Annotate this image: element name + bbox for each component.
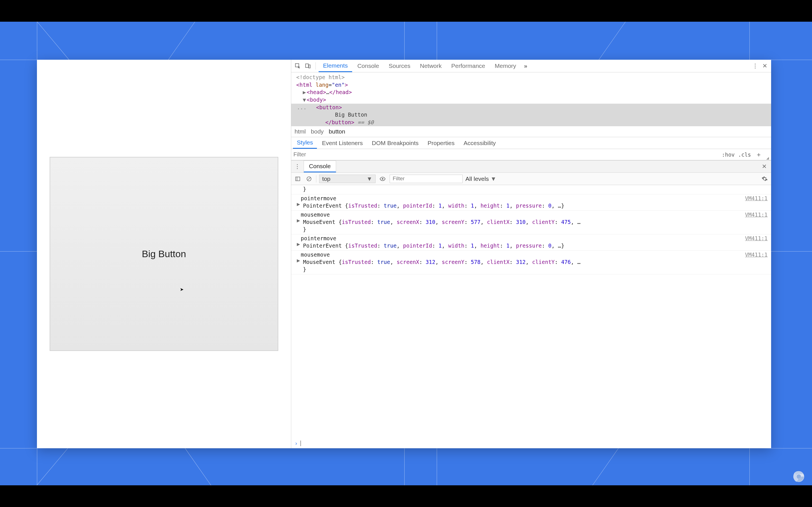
dom-html-open: <html <box>296 82 316 88</box>
caret-down-icon: ▼ <box>491 175 497 182</box>
clear-console-icon[interactable] <box>305 175 313 183</box>
log-entry[interactable]: VM411:1pointermove▶PointerEvent {isTrust… <box>291 194 771 211</box>
hov-toggle[interactable]: :hov <box>722 152 735 158</box>
console-settings-icon[interactable] <box>760 175 769 183</box>
disclosure-triangle-icon[interactable]: ▶ <box>297 240 300 248</box>
tab-sources[interactable]: Sources <box>384 60 415 72</box>
big-button[interactable]: Big Button ➤ <box>50 157 278 351</box>
log-object: PointerEvent {isTrusted: true, pointerId… <box>301 242 768 249</box>
tab-performance[interactable]: Performance <box>447 60 490 72</box>
console-toolbar: top ▼ All levels ▼ <box>291 173 771 185</box>
log-event-name: pointermove <box>301 195 768 202</box>
devtools-panel: Elements Console Sources Network Perform… <box>291 60 771 448</box>
devtools-tabbar: Elements Console Sources Network Perform… <box>291 60 771 72</box>
styles-filter-row: :hov .cls ＋ ◢ <box>291 149 771 160</box>
tab-elements[interactable]: Elements <box>319 60 352 72</box>
caret-down-icon: ▼ <box>366 175 372 182</box>
execution-context-value: top <box>322 175 331 182</box>
log-source-link[interactable]: VM411:1 <box>745 235 767 242</box>
dom-doctype: <!doctype html> <box>296 74 345 80</box>
cls-toggle[interactable]: .cls <box>738 152 751 158</box>
subtab-dom-breakpoints[interactable]: DOM Breakpoints <box>368 137 423 149</box>
subtab-properties[interactable]: Properties <box>424 137 459 149</box>
console-drawer-tab[interactable]: Console <box>304 161 336 172</box>
tab-console[interactable]: Console <box>353 60 384 72</box>
svg-rect-2 <box>309 65 310 68</box>
tab-memory[interactable]: Memory <box>490 60 521 72</box>
disclosure-triangle-icon[interactable]: ▶ <box>297 257 300 264</box>
log-levels-label: All levels <box>465 175 489 182</box>
chrome-logo-icon <box>793 471 805 483</box>
elements-subtabs: Styles Event Listeners DOM Breakpoints P… <box>291 137 771 149</box>
devtools-menu-icon[interactable]: ⋮ <box>751 61 760 70</box>
svg-point-7 <box>382 178 384 180</box>
tab-overflow[interactable]: » <box>521 60 530 72</box>
log-object: MouseEvent {isTrusted: true, screenX: 31… <box>301 259 768 266</box>
svg-line-6 <box>308 177 310 180</box>
log-entry[interactable]: } <box>291 185 771 194</box>
log-object-close: } <box>301 186 768 193</box>
disclosure-triangle-icon[interactable]: ▶ <box>297 217 300 224</box>
resize-corner-icon[interactable]: ◢ <box>766 156 769 160</box>
dom-breadcrumb: html body button <box>291 126 771 137</box>
log-object: PointerEvent {isTrusted: true, pointerId… <box>301 202 768 210</box>
execution-context-select[interactable]: top ▼ <box>319 175 375 183</box>
devtools-close-icon[interactable]: ✕ <box>760 61 769 70</box>
dom-selected-node[interactable]: ... <button> Big Button </button> == $0 <box>291 104 771 126</box>
new-style-rule-icon[interactable]: ＋ <box>755 151 763 159</box>
log-event-name: pointermove <box>301 235 768 242</box>
device-toolbar-icon[interactable] <box>303 61 313 71</box>
text-caret <box>301 441 301 446</box>
log-object-close: } <box>301 266 768 273</box>
log-source-link[interactable]: VM411:1 <box>745 211 767 219</box>
crumb-button[interactable]: button <box>329 128 345 135</box>
live-expression-icon[interactable] <box>378 175 387 183</box>
log-source-link[interactable]: VM411:1 <box>745 251 767 259</box>
svg-rect-3 <box>296 177 300 180</box>
console-prompt[interactable]: › <box>291 439 771 448</box>
console-log[interactable]: }VM411:1pointermove▶PointerEvent {isTrus… <box>291 185 771 439</box>
styles-filter-input[interactable] <box>294 151 718 158</box>
log-entry[interactable]: VM411:1mousemove▶MouseEvent {isTrusted: … <box>291 211 771 234</box>
prompt-chevron-icon: › <box>295 440 298 446</box>
log-entry[interactable]: VM411:1mousemove▶MouseEvent {isTrusted: … <box>291 251 771 274</box>
console-drawer-close-icon[interactable]: ✕ <box>760 162 769 171</box>
log-event-name: mousemove <box>301 211 768 219</box>
presentation-stage: Big Button ➤ Elements Console Sources Ne… <box>0 22 812 485</box>
crumb-html[interactable]: html <box>295 128 306 135</box>
dom-tree[interactable]: <!doctype html> <html lang="en"> ▶<head>… <box>291 72 771 126</box>
console-drawer-header: ⋮ Console ✕ <box>291 160 771 173</box>
subtab-event-listeners[interactable]: Event Listeners <box>318 137 367 149</box>
disclosure-triangle-icon[interactable]: ▼ <box>303 96 307 104</box>
log-event-name: mousemove <box>301 251 768 259</box>
big-button-label: Big Button <box>142 248 186 260</box>
console-drawer-menu-icon[interactable]: ⋮ <box>294 163 301 170</box>
log-source-link[interactable]: VM411:1 <box>745 195 767 202</box>
console-filter-wrap <box>390 175 463 183</box>
page-preview: Big Button ➤ <box>37 60 291 448</box>
mouse-cursor-icon: ➤ <box>180 287 184 292</box>
console-filter-input[interactable] <box>393 175 460 182</box>
disclosure-triangle-icon[interactable]: ▶ <box>297 201 300 208</box>
log-entry[interactable]: VM411:1pointermove▶PointerEvent {isTrust… <box>291 234 771 251</box>
separator <box>315 62 316 69</box>
app-window: Big Button ➤ Elements Console Sources Ne… <box>37 60 771 448</box>
disclosure-triangle-icon[interactable]: ▶ <box>303 89 307 96</box>
svg-rect-1 <box>306 64 308 68</box>
log-object: MouseEvent {isTrusted: true, screenX: 31… <box>301 219 768 226</box>
subtab-accessibility[interactable]: Accessibility <box>460 137 500 149</box>
log-levels-select[interactable]: All levels ▼ <box>465 175 497 182</box>
inspect-element-icon[interactable] <box>293 61 303 71</box>
subtab-styles[interactable]: Styles <box>293 137 317 149</box>
log-object-close: } <box>301 226 768 233</box>
crumb-body[interactable]: body <box>311 128 324 135</box>
tab-network[interactable]: Network <box>416 60 446 72</box>
console-sidebar-toggle-icon[interactable] <box>294 175 302 183</box>
